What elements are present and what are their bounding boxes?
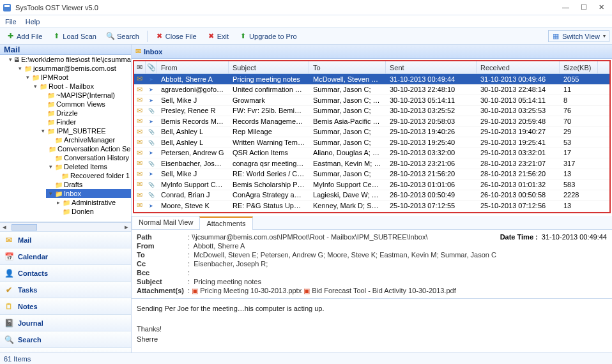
tree-administrative[interactable]: ▸📁Administrative <box>54 198 131 207</box>
subject-label: Subject <box>137 278 188 285</box>
cell-sent: 30-10-2013 03:25:52 <box>386 107 477 114</box>
cell-to: MyInfo Support Center; <box>309 181 386 188</box>
cell-size: 317 <box>560 160 598 167</box>
tab-attachments[interactable]: Attachments <box>199 216 252 230</box>
switch-view-button[interactable]: ▦Switch View▾ <box>548 30 609 42</box>
tree-root[interactable]: ▾🖥E:\work\demo files\ost file\jcsummar@b <box>8 55 131 64</box>
mail-row[interactable]: ✉➤Sell, Mike JGrowmarkSummar, Jason C; M… <box>134 95 609 106</box>
mail-row[interactable]: ✉➤Moore, Steve KRE: P&G Status Update 10… <box>134 201 609 211</box>
toolbar: ✚Add File ⬆Load Scan 🔍Search ✖Close File… <box>0 28 612 45</box>
col-subject[interactable]: Subject <box>229 61 309 73</box>
tree-mapisp[interactable]: 📁~MAPISP(Internal) <box>38 91 131 100</box>
mail-icon: ✉ <box>137 149 142 156</box>
tab-normal-mail-view[interactable]: Normal Mail View <box>132 216 200 229</box>
nav-mail[interactable]: ✉Mail <box>0 231 131 248</box>
col-attach[interactable]: 📎 <box>146 61 157 73</box>
mail-icon: ✉ <box>137 191 142 199</box>
nav-folderlist[interactable]: 📁Folder List <box>0 347 131 353</box>
col-from[interactable]: From <box>157 61 229 73</box>
tree-scrollbar[interactable]: ◂▸ <box>0 222 131 231</box>
tree-ipmsubtree[interactable]: ▾📁IPM_SUBTREE <box>38 126 131 135</box>
close-file-button[interactable]: ✖Close File <box>151 30 201 42</box>
add-file-button[interactable]: ✚Add File <box>3 30 46 42</box>
cell-from: Eisenbacher, Joseph R <box>157 160 229 167</box>
exit-button[interactable]: ✖Exit <box>203 30 233 42</box>
tree-recovered-folder[interactable]: 📁Recovered folder 1 <box>54 171 131 180</box>
attachment-icon: 📎 <box>148 182 155 188</box>
tree-finder[interactable]: 📁Finder <box>38 118 131 126</box>
cell-size: 29 <box>560 128 598 135</box>
attachment-icon: 📎 <box>148 129 155 135</box>
tree-archive-manager[interactable]: 📁ArchiveManager <box>46 135 131 144</box>
folder-tree[interactable]: ▾🖥E:\work\demo files\ost file\jcsummar@b… <box>0 55 131 222</box>
cell-subject: Written Warning Template <box>229 139 309 146</box>
maximize-button[interactable]: ☐ <box>581 3 587 11</box>
from-label: From <box>137 242 188 250</box>
upgrade-button[interactable]: ⬆Upgrade to Pro <box>235 30 301 42</box>
app-icon <box>3 3 11 12</box>
tree-conversation-history[interactable]: 📁Conversation History <box>46 153 131 162</box>
cell-received: 29-10-2013 20:59:48 <box>477 118 560 125</box>
cell-from: Abbott, Sherre A <box>157 75 229 83</box>
left-panel: Mail ▾🖥E:\work\demo files\ost file\jcsum… <box>0 45 132 353</box>
arrow-icon: ➤ <box>149 150 153 156</box>
mail-row[interactable]: ✉📎Bell, Ashley LRep MileageSummar, Jason… <box>134 127 609 138</box>
arrow-icon: ➤ <box>149 87 153 93</box>
pptx-icon: ▣ <box>192 287 198 294</box>
mail-row[interactable]: ✉📎Eisenbacher, Joseph Rconagra qsr meeti… <box>134 158 609 169</box>
col-icon[interactable]: ✉ <box>134 61 146 73</box>
tree-ipmroot[interactable]: ▾📁IPMRoot <box>23 73 131 82</box>
col-received[interactable]: Received <box>477 61 560 73</box>
tree-drizzle[interactable]: 📁Drizzle <box>38 109 131 118</box>
cell-from: MyInfo Support Center <box>157 181 229 188</box>
nav-notes[interactable]: 🗒Notes <box>0 298 131 314</box>
tree-drafts[interactable]: 📁Drafts <box>46 180 131 189</box>
mail-row[interactable]: ✉➤Petersen, Andrew GQSR Action ItemsAlia… <box>134 148 609 159</box>
nav-contacts[interactable]: 👤Contacts <box>0 264 131 281</box>
mail-icon: ✉ <box>137 180 142 188</box>
mail-row[interactable]: ✉📎Bell, Ashley LWritten Warning Template… <box>134 137 609 148</box>
menubar: File Help <box>0 15 612 28</box>
tree-conversation-action[interactable]: 📁Conversation Action Se <box>46 144 131 153</box>
mail-row[interactable]: ✉➤Abbott, Sherre APricing meeting notesM… <box>134 74 609 85</box>
tree-store[interactable]: ▾📁jcsummar@bemis.com.ost <box>15 64 131 73</box>
search-icon: 🔍 <box>107 32 115 40</box>
nav-calendar[interactable]: 📅Calendar <box>0 248 131 264</box>
menu-file[interactable]: File <box>5 18 17 26</box>
minimize-button[interactable]: — <box>562 3 569 11</box>
cell-sent: 29-10-2013 03:32:00 <box>386 149 477 156</box>
menu-help[interactable]: Help <box>26 18 40 26</box>
cell-sent: 25-10-2013 07:12:55 <box>386 202 477 209</box>
attachment-2[interactable]: Bid Forecast Tool - Bid Activity 10-30-2… <box>312 287 455 294</box>
cell-received: 28-10-2013 21:56:20 <box>477 170 560 178</box>
search-button[interactable]: 🔍Search <box>103 30 143 42</box>
cell-sent: 31-10-2013 00:49:44 <box>386 75 477 83</box>
cell-sent: 29-10-2013 19:40:26 <box>386 128 477 135</box>
nav-search[interactable]: 🔍Search <box>0 331 131 347</box>
mail-row[interactable]: ✉➤Sell, Mike JRE: World Series / Cards t… <box>134 169 609 180</box>
tree-root-mailbox[interactable]: ▾📁Root - Mailbox <box>31 82 131 91</box>
datetime-label: Date Time : <box>500 233 538 241</box>
close-button[interactable]: ✕ <box>599 3 604 11</box>
path-link[interactable]: \\jcsummar@bemis.com.ost\IPMRoot\Root - … <box>192 233 427 241</box>
tree-inbox[interactable]: ▾📁Inbox <box>46 189 131 198</box>
load-scan-button[interactable]: ⬆Load Scan <box>49 30 100 42</box>
mail-row[interactable]: ✉➤Bemis Records Management...Records Man… <box>134 116 609 127</box>
cell-subject: ConAgra Strategy and Pro... <box>229 191 309 199</box>
mail-row[interactable]: ✉📎Conrad, Brian JConAgra Strategy and Pr… <box>134 190 609 201</box>
mail-row[interactable]: ✉➤agravedoni@gofox.comUnited confirmatio… <box>134 85 609 96</box>
mail-row[interactable]: ✉📎Presley, Renee RFW: Fvr: 25lb. Bemis B… <box>134 106 609 117</box>
attachment-1[interactable]: Pricing Meeting 10-30-2013.pptx <box>200 287 302 294</box>
mail-icon: ✉ <box>137 159 142 167</box>
col-size[interactable]: Size(KB) <box>560 61 598 73</box>
col-sent[interactable]: Sent <box>386 61 477 73</box>
cell-size: 70 <box>560 118 598 125</box>
nav-journal[interactable]: 📓Journal <box>0 314 131 331</box>
tree-commonviews[interactable]: 📁Common Views <box>38 100 131 109</box>
nav-tasks[interactable]: ✔Tasks <box>0 281 131 298</box>
col-to[interactable]: To <box>309 61 386 73</box>
mail-row[interactable]: ✉📎MyInfo Support CenterBemis Scholarship… <box>134 179 609 190</box>
tree-donlen[interactable]: 📁Donlen <box>54 207 131 216</box>
tree-deleted-items[interactable]: ▾📁Deleted Items <box>46 162 131 171</box>
from-value: : Abbott, Sherre A <box>188 242 245 250</box>
